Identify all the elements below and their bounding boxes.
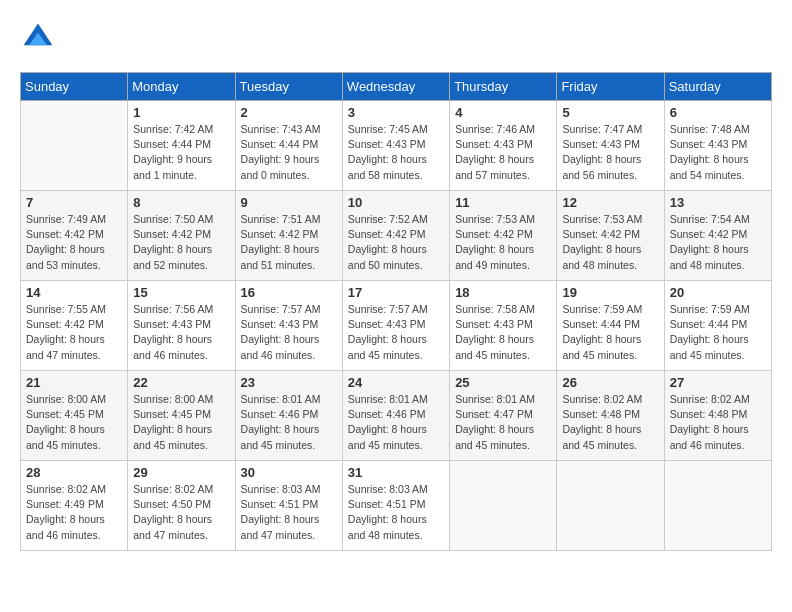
calendar-day-cell: 7Sunrise: 7:49 AM Sunset: 4:42 PM Daylig… xyxy=(21,191,128,281)
day-number: 13 xyxy=(670,195,766,210)
day-number: 29 xyxy=(133,465,229,480)
calendar-table: SundayMondayTuesdayWednesdayThursdayFrid… xyxy=(20,72,772,551)
day-number: 24 xyxy=(348,375,444,390)
day-info: Sunrise: 7:59 AM Sunset: 4:44 PM Dayligh… xyxy=(670,302,766,363)
calendar-day-cell: 24Sunrise: 8:01 AM Sunset: 4:46 PM Dayli… xyxy=(342,371,449,461)
day-info: Sunrise: 8:01 AM Sunset: 4:47 PM Dayligh… xyxy=(455,392,551,453)
day-info: Sunrise: 7:45 AM Sunset: 4:43 PM Dayligh… xyxy=(348,122,444,183)
day-of-week-header: Saturday xyxy=(664,73,771,101)
day-info: Sunrise: 7:53 AM Sunset: 4:42 PM Dayligh… xyxy=(455,212,551,273)
calendar-week-row: 14Sunrise: 7:55 AM Sunset: 4:42 PM Dayli… xyxy=(21,281,772,371)
day-info: Sunrise: 8:01 AM Sunset: 4:46 PM Dayligh… xyxy=(241,392,337,453)
calendar-day-cell: 8Sunrise: 7:50 AM Sunset: 4:42 PM Daylig… xyxy=(128,191,235,281)
calendar-day-cell: 11Sunrise: 7:53 AM Sunset: 4:42 PM Dayli… xyxy=(450,191,557,281)
calendar-day-cell: 5Sunrise: 7:47 AM Sunset: 4:43 PM Daylig… xyxy=(557,101,664,191)
day-number: 20 xyxy=(670,285,766,300)
day-info: Sunrise: 7:46 AM Sunset: 4:43 PM Dayligh… xyxy=(455,122,551,183)
calendar-day-cell: 30Sunrise: 8:03 AM Sunset: 4:51 PM Dayli… xyxy=(235,461,342,551)
calendar-day-cell: 2Sunrise: 7:43 AM Sunset: 4:44 PM Daylig… xyxy=(235,101,342,191)
day-info: Sunrise: 7:51 AM Sunset: 4:42 PM Dayligh… xyxy=(241,212,337,273)
day-number: 31 xyxy=(348,465,444,480)
day-info: Sunrise: 8:02 AM Sunset: 4:48 PM Dayligh… xyxy=(670,392,766,453)
day-number: 4 xyxy=(455,105,551,120)
calendar-header-row: SundayMondayTuesdayWednesdayThursdayFrid… xyxy=(21,73,772,101)
day-number: 17 xyxy=(348,285,444,300)
calendar-day-cell: 4Sunrise: 7:46 AM Sunset: 4:43 PM Daylig… xyxy=(450,101,557,191)
day-info: Sunrise: 7:43 AM Sunset: 4:44 PM Dayligh… xyxy=(241,122,337,183)
calendar-empty-cell xyxy=(664,461,771,551)
day-info: Sunrise: 7:52 AM Sunset: 4:42 PM Dayligh… xyxy=(348,212,444,273)
day-number: 16 xyxy=(241,285,337,300)
calendar-day-cell: 27Sunrise: 8:02 AM Sunset: 4:48 PM Dayli… xyxy=(664,371,771,461)
calendar-empty-cell xyxy=(21,101,128,191)
logo xyxy=(20,20,60,56)
calendar-day-cell: 14Sunrise: 7:55 AM Sunset: 4:42 PM Dayli… xyxy=(21,281,128,371)
day-number: 11 xyxy=(455,195,551,210)
day-number: 21 xyxy=(26,375,122,390)
calendar-day-cell: 23Sunrise: 8:01 AM Sunset: 4:46 PM Dayli… xyxy=(235,371,342,461)
calendar-week-row: 21Sunrise: 8:00 AM Sunset: 4:45 PM Dayli… xyxy=(21,371,772,461)
calendar-day-cell: 10Sunrise: 7:52 AM Sunset: 4:42 PM Dayli… xyxy=(342,191,449,281)
calendar-day-cell: 3Sunrise: 7:45 AM Sunset: 4:43 PM Daylig… xyxy=(342,101,449,191)
calendar-day-cell: 1Sunrise: 7:42 AM Sunset: 4:44 PM Daylig… xyxy=(128,101,235,191)
calendar-empty-cell xyxy=(557,461,664,551)
calendar-week-row: 28Sunrise: 8:02 AM Sunset: 4:49 PM Dayli… xyxy=(21,461,772,551)
day-of-week-header: Thursday xyxy=(450,73,557,101)
day-of-week-header: Monday xyxy=(128,73,235,101)
day-number: 1 xyxy=(133,105,229,120)
day-number: 8 xyxy=(133,195,229,210)
day-number: 6 xyxy=(670,105,766,120)
day-info: Sunrise: 7:54 AM Sunset: 4:42 PM Dayligh… xyxy=(670,212,766,273)
day-of-week-header: Sunday xyxy=(21,73,128,101)
calendar-day-cell: 21Sunrise: 8:00 AM Sunset: 4:45 PM Dayli… xyxy=(21,371,128,461)
calendar-week-row: 7Sunrise: 7:49 AM Sunset: 4:42 PM Daylig… xyxy=(21,191,772,281)
day-info: Sunrise: 8:03 AM Sunset: 4:51 PM Dayligh… xyxy=(348,482,444,543)
day-number: 3 xyxy=(348,105,444,120)
day-of-week-header: Friday xyxy=(557,73,664,101)
day-info: Sunrise: 7:56 AM Sunset: 4:43 PM Dayligh… xyxy=(133,302,229,363)
day-info: Sunrise: 8:00 AM Sunset: 4:45 PM Dayligh… xyxy=(26,392,122,453)
day-number: 30 xyxy=(241,465,337,480)
day-info: Sunrise: 7:57 AM Sunset: 4:43 PM Dayligh… xyxy=(241,302,337,363)
calendar-day-cell: 25Sunrise: 8:01 AM Sunset: 4:47 PM Dayli… xyxy=(450,371,557,461)
day-number: 12 xyxy=(562,195,658,210)
day-info: Sunrise: 7:59 AM Sunset: 4:44 PM Dayligh… xyxy=(562,302,658,363)
day-number: 2 xyxy=(241,105,337,120)
calendar-day-cell: 22Sunrise: 8:00 AM Sunset: 4:45 PM Dayli… xyxy=(128,371,235,461)
day-number: 23 xyxy=(241,375,337,390)
day-info: Sunrise: 7:42 AM Sunset: 4:44 PM Dayligh… xyxy=(133,122,229,183)
day-number: 9 xyxy=(241,195,337,210)
day-of-week-header: Tuesday xyxy=(235,73,342,101)
day-info: Sunrise: 8:03 AM Sunset: 4:51 PM Dayligh… xyxy=(241,482,337,543)
calendar-day-cell: 12Sunrise: 7:53 AM Sunset: 4:42 PM Dayli… xyxy=(557,191,664,281)
day-info: Sunrise: 8:02 AM Sunset: 4:48 PM Dayligh… xyxy=(562,392,658,453)
day-number: 28 xyxy=(26,465,122,480)
day-number: 10 xyxy=(348,195,444,210)
day-number: 7 xyxy=(26,195,122,210)
calendar-day-cell: 13Sunrise: 7:54 AM Sunset: 4:42 PM Dayli… xyxy=(664,191,771,281)
day-info: Sunrise: 8:00 AM Sunset: 4:45 PM Dayligh… xyxy=(133,392,229,453)
day-info: Sunrise: 7:49 AM Sunset: 4:42 PM Dayligh… xyxy=(26,212,122,273)
day-number: 19 xyxy=(562,285,658,300)
day-info: Sunrise: 7:55 AM Sunset: 4:42 PM Dayligh… xyxy=(26,302,122,363)
day-number: 22 xyxy=(133,375,229,390)
calendar-day-cell: 28Sunrise: 8:02 AM Sunset: 4:49 PM Dayli… xyxy=(21,461,128,551)
day-info: Sunrise: 7:47 AM Sunset: 4:43 PM Dayligh… xyxy=(562,122,658,183)
calendar-day-cell: 18Sunrise: 7:58 AM Sunset: 4:43 PM Dayli… xyxy=(450,281,557,371)
day-number: 5 xyxy=(562,105,658,120)
day-of-week-header: Wednesday xyxy=(342,73,449,101)
day-info: Sunrise: 8:02 AM Sunset: 4:49 PM Dayligh… xyxy=(26,482,122,543)
calendar-day-cell: 17Sunrise: 7:57 AM Sunset: 4:43 PM Dayli… xyxy=(342,281,449,371)
day-number: 25 xyxy=(455,375,551,390)
day-number: 18 xyxy=(455,285,551,300)
day-info: Sunrise: 8:02 AM Sunset: 4:50 PM Dayligh… xyxy=(133,482,229,543)
calendar-day-cell: 19Sunrise: 7:59 AM Sunset: 4:44 PM Dayli… xyxy=(557,281,664,371)
calendar-day-cell: 31Sunrise: 8:03 AM Sunset: 4:51 PM Dayli… xyxy=(342,461,449,551)
calendar-day-cell: 6Sunrise: 7:48 AM Sunset: 4:43 PM Daylig… xyxy=(664,101,771,191)
logo-icon xyxy=(20,20,56,56)
day-number: 14 xyxy=(26,285,122,300)
calendar-day-cell: 26Sunrise: 8:02 AM Sunset: 4:48 PM Dayli… xyxy=(557,371,664,461)
calendar-day-cell: 9Sunrise: 7:51 AM Sunset: 4:42 PM Daylig… xyxy=(235,191,342,281)
calendar-day-cell: 15Sunrise: 7:56 AM Sunset: 4:43 PM Dayli… xyxy=(128,281,235,371)
calendar-empty-cell xyxy=(450,461,557,551)
